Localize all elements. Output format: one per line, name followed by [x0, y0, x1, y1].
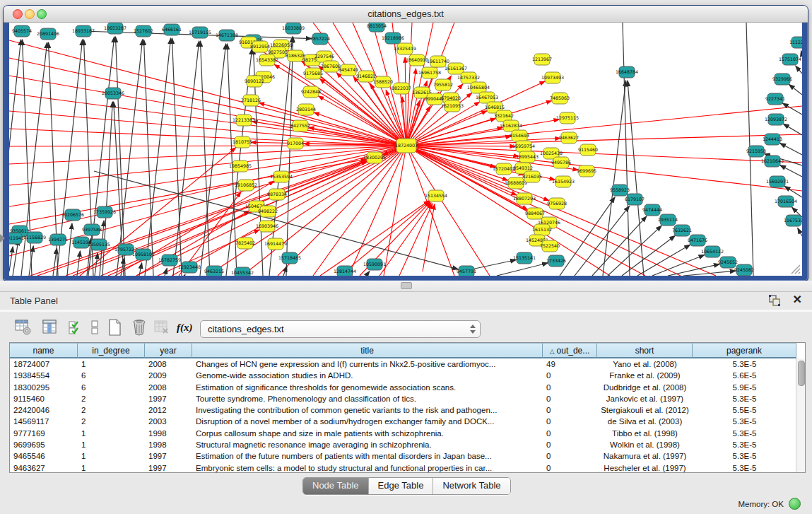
graph-node[interactable]: 9463215: [204, 266, 224, 276]
graph-node[interactable]: 3911941: [9, 233, 24, 244]
new-column-icon[interactable]: [106, 318, 124, 337]
network-canvas[interactable]: 1872400794055742089140618933187106532871…: [9, 23, 802, 276]
graph-node[interactable]: 9474444: [642, 204, 662, 216]
graph-node[interactable]: 1733426: [546, 255, 566, 267]
graph-node[interactable]: 8471676: [688, 235, 707, 246]
graph-node[interactable]: 9215958: [746, 146, 766, 157]
graph-node[interactable]: 9242848: [301, 86, 321, 98]
graph-node[interactable]: 2935114: [658, 214, 678, 226]
table-row[interactable]: 1938455462009Genome-wide association stu…: [10, 370, 796, 381]
graph-node[interactable]: 6179107: [625, 194, 645, 205]
graph-node[interactable]: 10719155: [189, 27, 211, 38]
graph-node[interactable]: 12814744: [334, 266, 356, 276]
graph-node[interactable]: 8813054: [367, 23, 387, 32]
graph-node[interactable]: 9245082: [734, 264, 754, 276]
graph-node[interactable]: 15720407: [493, 163, 515, 175]
graph-node[interactable]: 6466161: [162, 24, 182, 35]
graph-node[interactable]: 18724007: [395, 139, 418, 153]
graph-node[interactable]: 1213967: [532, 54, 552, 65]
graph-node[interactable]: 17016504: [775, 196, 797, 207]
graph-node[interactable]: 1394275: [48, 234, 68, 245]
column-header-title[interactable]: title: [192, 343, 543, 358]
graph-node[interactable]: 9699695: [577, 165, 596, 177]
memory-indicator[interactable]: [789, 498, 801, 510]
graph-node[interactable]: 16154923: [552, 176, 575, 187]
graph-node[interactable]: 12213383: [233, 115, 255, 126]
graph-node[interactable]: 14671388: [216, 30, 238, 41]
graph-node[interactable]: 7522540: [540, 240, 560, 252]
graph-node[interactable]: 9405574: [12, 25, 32, 37]
function-builder-icon[interactable]: f(x): [175, 319, 194, 337]
column-header-name[interactable]: name: [10, 343, 78, 358]
scrollbar-thumb[interactable]: [798, 361, 805, 386]
graph-node[interactable]: 15692971: [766, 176, 789, 187]
table-mode-icon[interactable]: [14, 318, 33, 337]
clear-selection-icon[interactable]: [86, 318, 105, 337]
graph-node[interactable]: 13325419: [394, 43, 416, 54]
graph-node[interactable]: 9890122: [245, 76, 264, 87]
table-scrollbar[interactable]: [796, 358, 805, 472]
panel-collapse-arrow[interactable]: [0, 234, 5, 243]
float-panel-icon[interactable]: [768, 294, 781, 307]
graph-node[interactable]: 15135141: [513, 252, 536, 264]
graph-node[interactable]: 19106852: [235, 180, 257, 191]
column-header-short[interactable]: short: [597, 343, 693, 358]
graph-node[interactable]: 9558923: [610, 185, 630, 196]
show-columns-icon[interactable]: [41, 318, 59, 337]
graph-node[interactable]: 9115460: [578, 144, 598, 156]
graph-node[interactable]: 9884067: [525, 208, 545, 219]
graph-node[interactable]: 1615132: [532, 224, 552, 235]
graph-node[interactable]: 8912954: [250, 41, 270, 52]
graph-node[interactable]: 16648784: [616, 66, 638, 78]
graph-node[interactable]: 8216035: [522, 171, 542, 182]
table-row[interactable]: 1456911722003Disruption of a novel membe…: [10, 416, 796, 427]
graph-node[interactable]: 18640910: [406, 54, 428, 66]
graph-node[interactable]: 10688609: [505, 177, 527, 189]
column-header-year[interactable]: year: [145, 343, 192, 358]
table-row[interactable]: 2242004622012Investigating the contribut…: [10, 404, 796, 416]
graph-node[interactable]: 7485063: [550, 93, 570, 104]
graph-node[interactable]: 9397588: [82, 224, 102, 235]
graph-node[interactable]: 20053346: [102, 88, 124, 99]
graph-node[interactable]: 12975115: [556, 112, 579, 124]
graph-node[interactable]: 20891406: [37, 28, 59, 40]
graph-node[interactable]: 2718126: [241, 95, 261, 106]
graph-node[interactable]: 10654112: [701, 246, 724, 257]
graph-node[interactable]: 9756928: [547, 198, 567, 209]
graph-node[interactable]: 19218986: [382, 33, 404, 44]
graph-node[interactable]: 8454749: [339, 64, 358, 76]
graph-node[interactable]: 9495786: [551, 157, 571, 168]
column-header-pagerank[interactable]: pagerank: [693, 343, 796, 358]
graph-node[interactable]: 9227341: [765, 93, 785, 105]
table-row[interactable]: 911546021997Tourette syndrome. Phenomeno…: [10, 393, 796, 404]
citation-network-graph[interactable]: 1872400794055742089140618933187106532871…: [9, 23, 802, 276]
graph-node[interactable]: 9175685: [303, 68, 323, 79]
graph-node[interactable]: 12093872: [765, 114, 787, 125]
tab-node-table[interactable]: Node Table: [303, 478, 368, 494]
graph-node[interactable]: 9329966: [772, 74, 792, 85]
table-row[interactable]: 969969511998Structural magnetic resonanc…: [10, 439, 796, 450]
table-row[interactable]: 946362711997Embryonic stem cells: a mode…: [10, 462, 796, 474]
graph-node[interactable]: 7857224: [310, 33, 330, 45]
graph-node[interactable]: 7955812: [433, 79, 453, 90]
column-header-out_degree[interactable]: △out_de...: [543, 343, 597, 358]
graph-node[interactable]: 16033809: [282, 23, 305, 34]
graph-node[interactable]: 8878334: [267, 189, 287, 200]
table-select[interactable]: citations_edges.txt: [200, 320, 481, 338]
graph-node[interactable]: 2867608: [321, 61, 341, 72]
graph-node[interactable]: 9154693: [510, 130, 529, 141]
close-panel-icon[interactable]: ✕: [793, 293, 802, 306]
graph-node[interactable]: 9463627: [559, 132, 579, 144]
graph-node[interactable]: 1167533: [784, 215, 802, 226]
graph-node[interactable]: 9498222: [258, 206, 278, 217]
graph-node[interactable]: 1244413: [763, 134, 782, 145]
graph-node[interactable]: 9457791: [457, 266, 476, 276]
graph-node[interactable]: 15134554: [425, 190, 447, 201]
graph-node[interactable]: 15718485: [278, 252, 301, 264]
tab-edge-table[interactable]: Edge Table: [368, 478, 433, 494]
graph-node[interactable]: 16914479: [264, 238, 287, 250]
table-row[interactable]: 946554611997Estimation of the future num…: [10, 450, 796, 462]
tab-network-table[interactable]: Network Table: [433, 478, 510, 494]
table-row[interactable]: 1872400712008Changes of HCN gene express…: [10, 358, 796, 370]
graph-node[interactable]: 1112210: [789, 37, 802, 48]
